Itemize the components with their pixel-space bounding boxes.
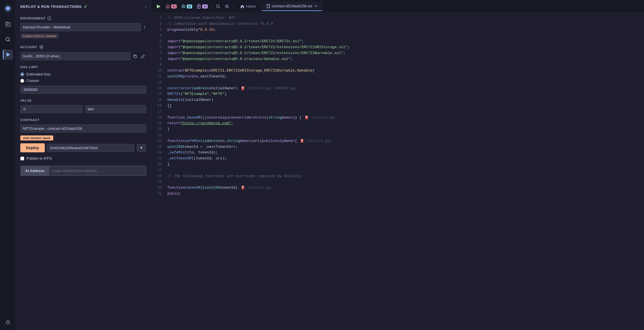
contract-label: CONTRACT: [16, 114, 151, 123]
svg-line-34: [228, 7, 229, 8]
ai-badge-2: AI: [187, 5, 192, 8]
network-badge: Custom (54211) network: [16, 32, 151, 41]
svg-rect-6: [6, 24, 8, 25]
svg-rect-5: [6, 24, 9, 24]
contract-select-row: NFTExample - contract-d019aa9158.: [16, 123, 151, 134]
account-label: ACCOUNT +: [16, 41, 151, 51]
code-content[interactable]: // SPDX-License-Identifier: MIT// Compat…: [165, 13, 644, 330]
svg-point-7: [6, 37, 9, 41]
svg-rect-24: [183, 5, 184, 6]
value-input[interactable]: 0: [20, 105, 83, 113]
deploy-address-input[interactable]: 0x4919fb200feda402487f3cb:: [47, 144, 134, 152]
svg-line-15: [9, 324, 10, 324]
bug-icon[interactable]: [3, 317, 13, 327]
account-select-wrap: 0x491...95f03 (0 ether): [20, 52, 130, 60]
environment-info-button[interactable]: i: [143, 24, 146, 31]
svg-line-8: [9, 41, 10, 42]
copy-account-button[interactable]: [132, 53, 138, 59]
value-unit-select[interactable]: Wei Gwei Finney Ether: [85, 105, 146, 113]
svg-rect-19: [134, 55, 137, 58]
at-address-button[interactable]: At Address: [21, 166, 49, 176]
deploy-icon[interactable]: [3, 50, 13, 60]
svg-point-25: [183, 6, 183, 7]
icon-bar: [0, 0, 16, 330]
gas-limit-input-wrap: 3000000: [16, 84, 151, 95]
svg-line-32: [219, 7, 220, 8]
edit-account-button[interactable]: [140, 53, 146, 59]
search-icon[interactable]: [3, 34, 13, 44]
svg-point-2: [6, 7, 10, 10]
svg-rect-18: [49, 18, 50, 19]
search-toolbar-button[interactable]: [214, 3, 222, 10]
tab-file-label: contract-d019aa9158.sol: [272, 4, 312, 8]
svg-line-13: [9, 322, 10, 322]
ai-button-2[interactable]: AI: [179, 3, 194, 10]
add-account-icon[interactable]: +: [39, 45, 44, 49]
file-explorer-icon[interactable]: [3, 19, 13, 29]
panel-title: DEPLOY & RUN TRANSACTIONS ✓: [20, 4, 88, 9]
ai-badge-1: AI: [171, 5, 177, 8]
estimated-gas-radio[interactable]: Estimated Gas: [20, 72, 146, 76]
left-panel: DEPLOY & RUN TRANSACTIONS ✓ › ENVIRONMEN…: [16, 0, 151, 330]
play-button[interactable]: [154, 3, 163, 10]
code-editor: 1234567891011121314151617181920212223242…: [151, 13, 644, 330]
tab-home[interactable]: Home: [236, 2, 261, 11]
svg-point-17: [49, 17, 50, 18]
svg-line-12: [6, 322, 6, 322]
svg-marker-20: [157, 5, 161, 8]
gas-limit-label: GAS LIMIT: [16, 61, 151, 70]
remix-logo-icon[interactable]: [2, 3, 14, 14]
deploy-row: Deploy 0x4919fb200feda402487f3cb: ▼: [16, 142, 151, 154]
ai-button-3[interactable]: AI: [195, 3, 209, 10]
gas-limit-input[interactable]: 3000000: [20, 86, 146, 94]
main-area: AI AI AI AI: [151, 0, 644, 330]
svg-rect-23: [182, 6, 185, 8]
svg-text:AI: AI: [167, 6, 169, 8]
evm-badge-wrap: evm version: paris: [16, 134, 151, 142]
account-row: 0x491...95f03 (0 ether): [16, 51, 151, 61]
panel-arrow-icon: ›: [145, 5, 146, 9]
deploy-button[interactable]: Deploy: [20, 143, 45, 152]
contract-select[interactable]: NFTExample - contract-d019aa9158.: [20, 124, 146, 133]
svg-point-26: [184, 6, 184, 7]
svg-marker-9: [6, 53, 10, 57]
environment-icon: [47, 16, 51, 20]
zoom-button[interactable]: [223, 3, 231, 10]
environment-select-row: Injected Provider - MetaMask i: [16, 22, 151, 32]
home-icon: [240, 5, 244, 8]
custom-gas-radio[interactable]: Custom: [20, 79, 146, 83]
publish-row: Publish to IPFS: [16, 154, 151, 163]
value-row: 0 Wei Gwei Finney Ether: [16, 104, 151, 114]
line-numbers: 1234567891011121314151617181920212223242…: [151, 13, 165, 330]
environment-label: ENVIRONMENT: [16, 12, 151, 22]
toolbar: AI AI AI AI: [151, 0, 644, 13]
check-icon: ✓: [84, 4, 88, 9]
load-contract-input[interactable]: [49, 166, 146, 176]
doc-icon: [197, 4, 201, 9]
toolbar-separator-1: [212, 4, 212, 9]
panel-title-text: DEPLOY & RUN TRANSACTIONS: [20, 5, 81, 9]
publish-checkbox[interactable]: [20, 157, 24, 160]
ai-badge-3: AI: [202, 5, 208, 8]
panel-header: DEPLOY & RUN TRANSACTIONS ✓ ›: [16, 0, 151, 12]
svg-line-14: [6, 324, 7, 324]
tab-contract-file[interactable]: contract-d019aa9158.sol ✕: [262, 2, 323, 11]
value-label: VALUE: [16, 95, 151, 104]
toolbar-separator-2: [233, 4, 234, 9]
robot-icon: [181, 4, 186, 9]
environment-select[interactable]: Injected Provider - MetaMask: [20, 23, 141, 31]
close-tab-button[interactable]: ✕: [314, 4, 318, 8]
ai-button-1[interactable]: AI AI: [164, 3, 178, 10]
gas-limit-radio-group: Estimated Gas Custom: [16, 70, 151, 84]
at-address-row: At Address: [20, 166, 146, 176]
deploy-chevron-button[interactable]: ▼: [137, 144, 146, 152]
file-icon: [266, 4, 270, 8]
account-select[interactable]: 0x491...95f03 (0 ether): [20, 52, 130, 60]
